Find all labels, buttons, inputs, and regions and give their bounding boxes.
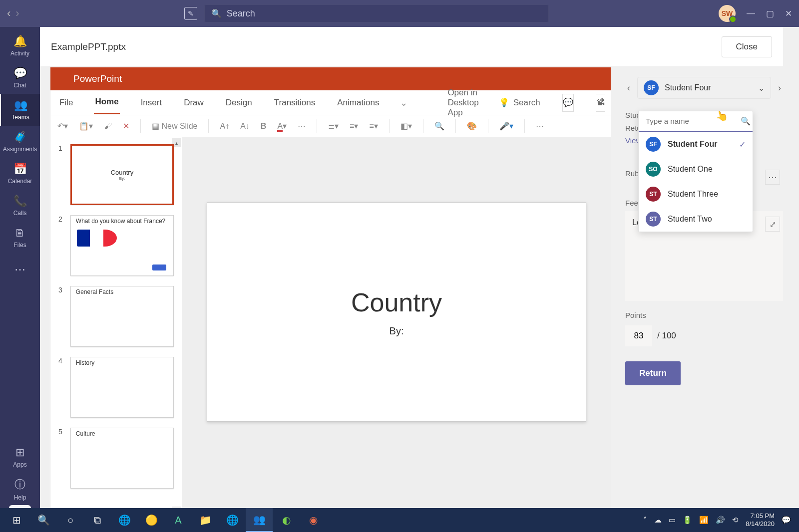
- tray-touchpad[interactable]: ▭: [669, 516, 676, 525]
- tab-transitions[interactable]: Transitions: [273, 92, 317, 114]
- ppt-ribbon: ↶▾ 📋▾ 🖌 ✕ ▦ New Slide A↑ A↓ B A▾ ⋯ ≣▾ ≡▾…: [50, 115, 611, 137]
- tab-draw[interactable]: Draw: [183, 92, 205, 114]
- rail-apps[interactable]: ⊞Apps: [0, 441, 40, 473]
- student-option[interactable]: SO Student One: [639, 157, 753, 182]
- rubric-expand[interactable]: ⤢: [765, 217, 780, 232]
- global-search[interactable]: 🔍 Search: [204, 4, 549, 22]
- student-dropdown: 🔍 SF Student Four ✓ SO Student One ST St…: [638, 111, 753, 232]
- tab-design[interactable]: Design: [225, 92, 253, 114]
- task-view[interactable]: ⧉: [84, 508, 111, 532]
- student-picker[interactable]: SF Student Four ⌄: [637, 77, 771, 99]
- tray-battery[interactable]: 🔋: [683, 516, 692, 525]
- tab-home[interactable]: Home: [94, 91, 119, 114]
- font-color[interactable]: A▾: [277, 121, 287, 131]
- designer-button[interactable]: 🎨: [467, 121, 477, 131]
- file-name: ExamplePPT.pptx: [51, 41, 126, 52]
- window-minimize[interactable]: —: [747, 8, 755, 18]
- rail-more[interactable]: ⋯: [0, 254, 40, 285]
- rail-files[interactable]: 🗎Files: [0, 222, 40, 254]
- slide-subtitle: By:: [390, 325, 404, 337]
- prev-student[interactable]: ‹: [625, 79, 632, 97]
- new-slide-button[interactable]: ▦ New Slide: [152, 121, 197, 131]
- rail-help[interactable]: ⓘHelp: [0, 473, 40, 505]
- powerpoint-embed: PowerPoint File Home Insert Draw Design …: [50, 67, 611, 532]
- tray-volume[interactable]: 🔊: [716, 516, 725, 525]
- points-input[interactable]: [625, 325, 652, 346]
- taskbar-snagit[interactable]: ◉: [300, 508, 327, 532]
- undo-button[interactable]: ↶▾: [57, 121, 68, 131]
- slide-canvas[interactable]: Country By:: [182, 137, 611, 517]
- taskbar-teams[interactable]: 👥: [246, 508, 273, 532]
- close-button[interactable]: Close: [722, 36, 772, 57]
- student-option[interactable]: ST Student Three: [639, 182, 753, 207]
- taskbar-camtasia[interactable]: ◐: [273, 508, 300, 532]
- rail-chat[interactable]: 💬Chat: [0, 62, 40, 94]
- start-button[interactable]: ⊞: [3, 508, 30, 532]
- thumb-1[interactable]: CountryBy:: [70, 144, 174, 205]
- align-button[interactable]: ≡▾: [369, 121, 378, 131]
- rail-calendar[interactable]: 📅Calendar: [0, 158, 40, 190]
- tray-wifi[interactable]: 📶: [699, 516, 709, 525]
- rail-calls[interactable]: 📞Calls: [0, 190, 40, 222]
- user-avatar[interactable]: SW: [719, 5, 736, 22]
- tab-file[interactable]: File: [58, 92, 74, 114]
- bullets-button[interactable]: ≣▾: [328, 121, 339, 131]
- attachment-more[interactable]: ⋯: [765, 170, 780, 185]
- font-shrink[interactable]: A↓: [240, 122, 250, 131]
- open-in-desktop[interactable]: Open in Desktop App: [447, 88, 478, 118]
- window-close[interactable]: ✕: [785, 8, 792, 19]
- tab-insert[interactable]: Insert: [140, 92, 163, 114]
- student-option[interactable]: ST Student Two: [639, 207, 753, 232]
- compose-button[interactable]: ✎: [184, 7, 197, 20]
- rail-assignments[interactable]: 🧳Assignments: [0, 126, 40, 158]
- comments-button[interactable]: 💬: [562, 94, 574, 112]
- app-rail: 🔔Activity 💬Chat 👥Teams 🧳Assignments 📅Cal…: [0, 27, 40, 532]
- thumb-2[interactable]: What do you know about France?: [70, 215, 174, 276]
- paste-button[interactable]: 📋▾: [79, 121, 93, 131]
- tray-chevron[interactable]: ˄: [643, 516, 647, 525]
- taskbar-chrome[interactable]: 🟡: [138, 508, 165, 532]
- rail-teams[interactable]: 👥Teams: [0, 94, 40, 126]
- ribbon-overflow[interactable]: ⋯: [536, 121, 544, 131]
- window-maximize[interactable]: ▢: [766, 8, 774, 19]
- system-tray[interactable]: ˄ ☁ ▭ 🔋 📶 🔊 ⟲ 7:05 PM8/14/2020 💬: [638, 512, 796, 528]
- thumb-5[interactable]: Culture: [70, 428, 174, 489]
- font-grow[interactable]: A↑: [220, 122, 229, 131]
- taskbar-clock[interactable]: 7:05 PM8/14/2020: [746, 512, 775, 528]
- search-placeholder: Search: [227, 8, 255, 19]
- taskbar-explorer[interactable]: 📁: [192, 508, 219, 532]
- ppt-ribbon-tabs: File Home Insert Draw Design Transitions…: [50, 90, 611, 115]
- taskbar-search[interactable]: 🔍: [30, 508, 57, 532]
- bold-button[interactable]: B: [261, 122, 267, 131]
- student-option[interactable]: SF Student Four ✓: [639, 132, 753, 157]
- return-button[interactable]: Return: [625, 361, 681, 385]
- numbering-button[interactable]: ≡▾: [350, 121, 358, 131]
- points-of: / 100: [657, 331, 676, 341]
- next-student[interactable]: ›: [776, 79, 783, 97]
- shapes-button[interactable]: ◧▾: [400, 121, 412, 131]
- font-more[interactable]: ⋯: [298, 121, 306, 131]
- dictate-button[interactable]: 🎤▾: [499, 121, 513, 131]
- taskbar-edge2[interactable]: 🌐: [219, 508, 246, 532]
- tell-me-search[interactable]: 💡Search: [499, 97, 540, 108]
- thumb-4[interactable]: History: [70, 357, 174, 418]
- thumb-3[interactable]: General Facts: [70, 286, 174, 347]
- tab-more[interactable]: ⌄: [400, 97, 407, 108]
- taskbar-edge[interactable]: 🌐: [111, 508, 138, 532]
- slide-thumbnails[interactable]: ▴ 1 CountryBy: 2 What do you know about …: [50, 137, 182, 517]
- tab-animations[interactable]: Animations: [336, 92, 380, 114]
- cortana[interactable]: ○: [57, 508, 84, 532]
- current-slide: Country By:: [207, 202, 586, 422]
- present-button[interactable]: 📽: [596, 94, 605, 112]
- cut-button[interactable]: ✕: [123, 121, 129, 131]
- rail-activity[interactable]: 🔔Activity: [0, 30, 40, 62]
- search-icon: 🔍: [211, 8, 222, 19]
- tray-sync[interactable]: ⟲: [732, 516, 739, 525]
- find-button[interactable]: 🔍: [434, 121, 444, 131]
- taskbar-app-a[interactable]: A: [165, 508, 192, 532]
- action-center[interactable]: 💬: [782, 516, 791, 525]
- forward-button[interactable]: ›: [15, 7, 19, 20]
- back-button[interactable]: ‹: [7, 7, 10, 20]
- tray-onedrive[interactable]: ☁: [654, 516, 662, 525]
- format-painter[interactable]: 🖌: [104, 122, 112, 131]
